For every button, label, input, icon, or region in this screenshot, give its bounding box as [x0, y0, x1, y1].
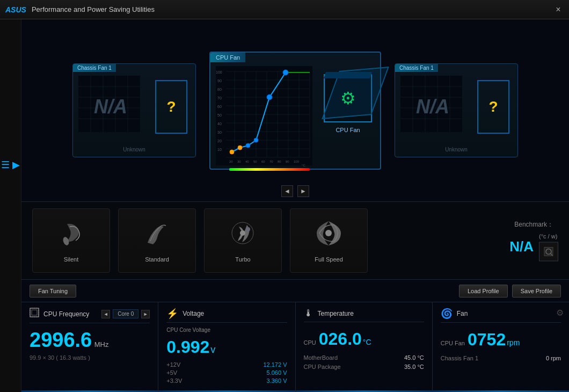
- svg-text:60: 60: [261, 160, 265, 163]
- standard-icon: [142, 219, 172, 253]
- fan-mode-silent[interactable]: Silent: [32, 208, 110, 273]
- silent-icon: [56, 219, 86, 253]
- svg-point-44: [267, 95, 272, 100]
- nav-arrows: ◄ ►: [281, 185, 309, 197]
- save-profile-button[interactable]: Save Profile: [512, 285, 561, 297]
- chassis-fan-label: Chassis Fan 1: [441, 355, 478, 361]
- svg-text:80: 80: [278, 160, 281, 163]
- voltage-row-5v: +5V 5.060 V: [166, 369, 287, 376]
- main-content: Chassis Fan 1 N/A ? Unkn: [21, 19, 569, 392]
- chassis-fan-value: 0 rpm: [546, 355, 561, 361]
- temp-row-mb: MotherBoard 45.0 °C: [304, 354, 424, 361]
- temp-row-pkg: CPU Package 35.0 °C: [304, 364, 424, 370]
- app-title: Performance and Power Saving Utilities: [32, 5, 553, 13]
- right-fan-na-text: N/A: [416, 96, 449, 118]
- fan-section: Chassis Fan 1 N/A ? Unkn: [21, 19, 569, 202]
- turbo-label: Turbo: [235, 256, 250, 263]
- svg-text:50: 50: [217, 113, 222, 117]
- cpu-frequency-panel: CPU Frequency ◄ Core 0 ► 2996.6 MHz 99.9…: [21, 302, 158, 392]
- core-prev-btn[interactable]: ◄: [101, 310, 110, 318]
- pkg-temp-label: CPU Package: [304, 364, 341, 370]
- v12-label: +12V: [166, 361, 180, 368]
- voltage-icon: ⚡: [166, 308, 178, 320]
- fan-mode-standard[interactable]: Standard: [118, 208, 196, 273]
- temp-icon: 🌡: [304, 308, 313, 319]
- turbo-icon: [228, 219, 258, 253]
- profile-buttons: Load Profile Save Profile: [459, 285, 561, 297]
- right-fan-card[interactable]: Chassis Fan 1 N/A ? Unknown: [395, 63, 518, 157]
- svg-text:90: 90: [217, 79, 222, 83]
- voltage-panel: ⚡ Voltage CPU Core Voltage 0.992 v +12V …: [158, 302, 295, 392]
- close-button[interactable]: ×: [553, 4, 564, 15]
- core-label: Core 0: [113, 309, 138, 318]
- benchmark-value: N/A: [509, 238, 534, 255]
- svg-text:70: 70: [269, 160, 273, 163]
- v12-value: 12.172 V: [263, 361, 287, 368]
- settings-gear-icon[interactable]: ⚙: [556, 308, 564, 318]
- benchmark-label: Benchmark：: [509, 220, 558, 229]
- fan-title: Fan: [457, 310, 468, 317]
- app-logo: ASUS: [5, 5, 26, 14]
- left-fan-card-title: Chassis Fan 1: [73, 64, 116, 72]
- fan-tuning-button[interactable]: Fan Tuning: [30, 285, 76, 297]
- cpu-fan-rpm-value: 0752: [468, 330, 506, 350]
- standard-label: Standard: [145, 256, 169, 263]
- left-fan-card[interactable]: Chassis Fan 1 N/A ? Unkn: [72, 63, 196, 157]
- svg-point-70: [325, 230, 332, 236]
- svg-text:100: 100: [294, 160, 300, 163]
- fan-mode-fullspeed[interactable]: Full Speed: [290, 208, 368, 273]
- v33-label: +3.3V: [166, 378, 182, 384]
- voltage-header: ⚡ Voltage: [166, 308, 287, 323]
- svg-point-43: [254, 138, 258, 142]
- fullspeed-label: Full Speed: [315, 256, 343, 263]
- svg-point-42: [246, 143, 250, 148]
- cpu-fan-chart: 100 90 80 70 60 50 40 30 20 10: [216, 66, 312, 173]
- svg-rect-56: [229, 168, 310, 171]
- cpu-freq-title: CPU Frequency: [43, 310, 89, 318]
- left-fan-unknown-text: Unknown: [73, 147, 195, 153]
- svg-point-69: [246, 227, 250, 231]
- right-fan-unknown-text: Unknown: [395, 147, 517, 153]
- left-fan-na: N/A: [78, 77, 143, 136]
- benchmark-area: Benchmark： N/A (°c / w): [509, 220, 558, 262]
- fan-panel: 🌀 Fan ⚙ CPU Fan 0752 rpm Chassis Fan 1 0…: [433, 302, 569, 392]
- temperature-panel: 🌡 Temperature CPU 026.0 °C MotherBoard 4…: [296, 302, 433, 392]
- fan-header: 🌀 Fan ⚙: [441, 308, 561, 323]
- fan-icon: 🌀: [441, 308, 453, 320]
- svg-text:20: 20: [217, 139, 222, 143]
- center-fan-card-title: CPU Fan: [210, 53, 245, 62]
- svg-point-45: [283, 70, 288, 75]
- cpu-freq-unit: MHz: [94, 340, 109, 349]
- core-next-btn[interactable]: ►: [141, 310, 150, 318]
- menu-icon[interactable]: ☰ ▶: [1, 159, 20, 171]
- cpu-freq-value: 2996.6: [30, 329, 92, 351]
- cpu-temp-unit: °C: [363, 338, 371, 346]
- svg-text:20: 20: [229, 160, 233, 163]
- titlebar: ASUS Performance and Power Saving Utilit…: [0, 0, 569, 19]
- voltage-row-12v: +12V 12.172 V: [166, 361, 287, 368]
- svg-point-68: [240, 230, 245, 236]
- svg-text:40: 40: [245, 160, 249, 163]
- right-fan-na: N/A: [400, 77, 465, 136]
- cpu-fan-label: CPU Fan: [335, 127, 360, 133]
- fan-mode-turbo[interactable]: Turbo: [204, 208, 282, 273]
- center-fan-card[interactable]: CPU Fan 100 90 80 70 60 50 40 30 20 10: [209, 52, 381, 170]
- prev-arrow[interactable]: ◄: [281, 185, 293, 197]
- cpu-core-voltage-unit: v: [210, 344, 215, 355]
- cpu-fan-label-small: CPU Fan: [441, 340, 465, 346]
- cpu-core-voltage-label: CPU Core Voltage: [166, 327, 287, 333]
- next-arrow[interactable]: ►: [297, 185, 309, 197]
- svg-text:70: 70: [217, 96, 222, 100]
- svg-text:40: 40: [217, 122, 222, 126]
- benchmark-button[interactable]: [539, 242, 558, 262]
- svg-text:100: 100: [216, 70, 222, 74]
- svg-rect-74: [30, 308, 39, 317]
- left-fan-na-text: N/A: [94, 96, 127, 118]
- load-profile-button[interactable]: Load Profile: [459, 285, 508, 297]
- svg-text:10: 10: [217, 148, 222, 151]
- svg-point-41: [238, 146, 242, 150]
- temp-title: Temperature: [318, 310, 354, 317]
- svg-text:60: 60: [217, 105, 222, 108]
- stats-section: CPU Frequency ◄ Core 0 ► 2996.6 MHz 99.9…: [21, 302, 569, 392]
- cpu-core-voltage-value: 0.992: [166, 337, 209, 357]
